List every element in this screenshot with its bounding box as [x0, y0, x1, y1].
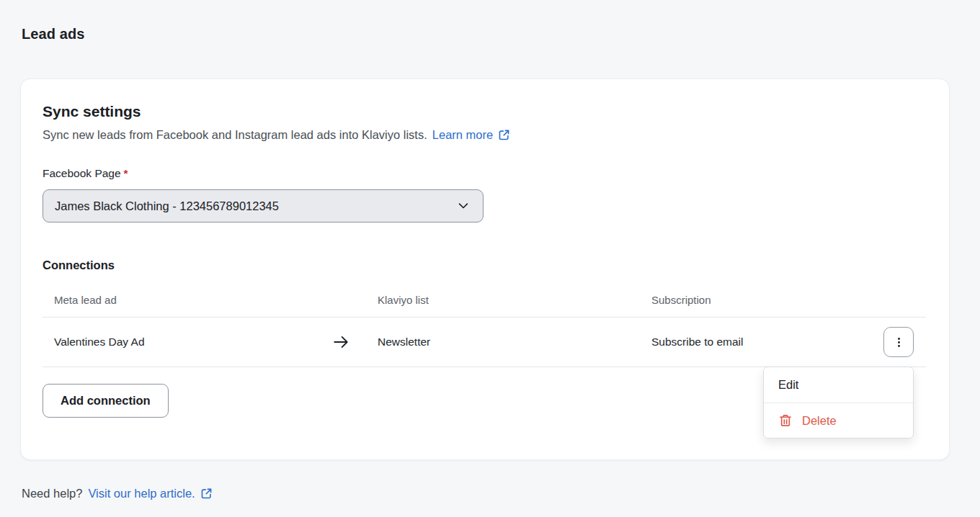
sync-settings-card: Sync settings Sync new leads from Facebo…: [20, 78, 950, 460]
facebook-page-select[interactable]: James Black Clothing - 123456789012345: [43, 189, 484, 222]
column-header-subscription: Subscription: [641, 294, 883, 306]
facebook-page-label-text: Facebook Page: [43, 167, 121, 179]
row-actions-menu: Edit Delete: [763, 367, 914, 439]
external-link-icon: [200, 487, 213, 500]
meta-lead-ad-name: Valentines Day Ad: [54, 336, 145, 349]
learn-more-link[interactable]: Learn more: [432, 128, 510, 142]
table-row: Valentines Day Ad Newsletter Subscribe t…: [43, 318, 926, 367]
page-title: Lead ads: [22, 26, 950, 42]
menu-item-edit[interactable]: Edit: [764, 367, 913, 403]
menu-item-delete[interactable]: Delete: [764, 403, 913, 438]
help-footer: Need help? Visit our help article.: [22, 487, 950, 500]
description-text: Sync new leads from Facebook and Instagr…: [43, 128, 427, 142]
learn-more-label: Learn more: [432, 128, 493, 142]
connections-table-header: Meta lead ad Klaviyo list Subscription: [43, 294, 926, 318]
facebook-page-field: Facebook Page* James Black Clothing - 12…: [43, 167, 925, 222]
connections-table: Meta lead ad Klaviyo list Subscription V…: [43, 294, 926, 367]
facebook-page-label: Facebook Page*: [43, 167, 925, 180]
facebook-page-selected-value: James Black Clothing - 123456789012345: [55, 199, 279, 213]
help-article-link[interactable]: Visit our help article.: [88, 487, 212, 500]
chevron-down-icon: [456, 199, 471, 213]
row-actions: Edit Delete: [883, 327, 914, 357]
sync-settings-heading: Sync settings: [43, 103, 925, 120]
cell-subscription: Subscribe to email: [641, 336, 883, 349]
external-link-icon: [498, 129, 510, 141]
column-header-meta-lead-ad: Meta lead ad: [43, 294, 367, 306]
cell-meta-lead-ad: Valentines Day Ad: [43, 333, 367, 351]
row-actions-button[interactable]: [883, 327, 914, 357]
edit-label: Edit: [778, 378, 798, 392]
arrow-right-icon: [331, 333, 350, 351]
add-connection-button[interactable]: Add connection: [43, 384, 169, 418]
cell-klaviyo-list: Newsletter: [367, 336, 641, 349]
sync-settings-description: Sync new leads from Facebook and Instagr…: [43, 128, 925, 142]
kebab-menu-icon: [893, 336, 905, 349]
delete-label: Delete: [802, 414, 837, 428]
lead-ads-page: Lead ads Sync settings Sync new leads fr…: [0, 26, 980, 500]
trash-icon: [778, 413, 793, 428]
need-help-text: Need help?: [22, 487, 82, 500]
column-header-klaviyo-list: Klaviyo list: [367, 294, 641, 306]
connections-heading: Connections: [43, 258, 925, 272]
help-article-label: Visit our help article.: [88, 487, 195, 500]
required-asterisk: *: [124, 167, 128, 179]
